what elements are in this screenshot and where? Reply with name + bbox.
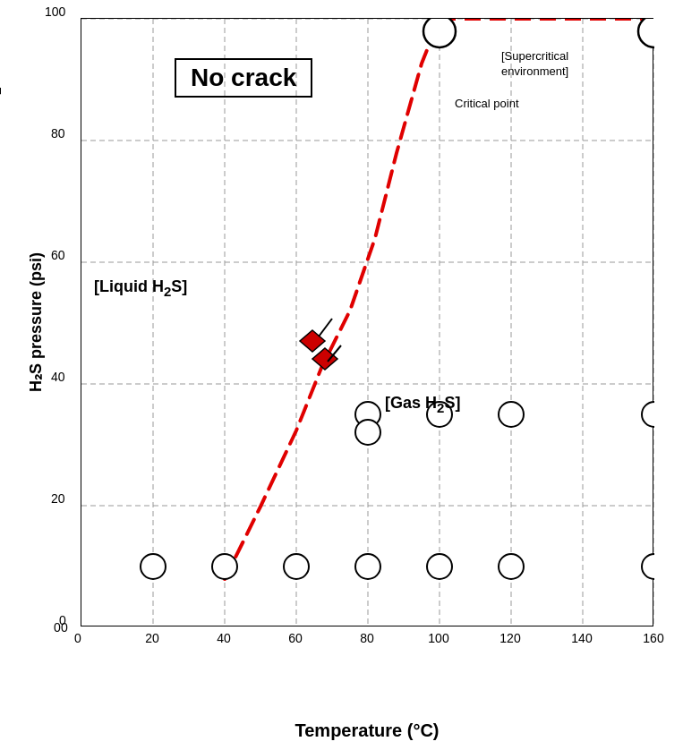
- x-axis-label: Temperature (°C): [81, 720, 653, 741]
- x-tick-160: 160: [643, 631, 663, 645]
- svg-marker-27: [312, 348, 337, 370]
- svg-point-23: [499, 402, 524, 427]
- y-tick-20: 20: [51, 491, 65, 506]
- x-tick-80: 80: [360, 631, 374, 645]
- svg-point-25: [355, 420, 380, 445]
- svg-point-32: [638, 19, 654, 47]
- svg-point-14: [141, 554, 166, 579]
- chart-container: H₂S pressure (psi): [0, 0, 700, 750]
- svg-point-31: [423, 19, 456, 47]
- y-tick-40: 40: [51, 370, 65, 384]
- svg-point-24: [642, 402, 654, 427]
- y-tick-80: 80: [51, 126, 65, 141]
- y-tick-0: 0: [59, 613, 66, 627]
- x-tick-140: 140: [571, 631, 592, 645]
- chart-area: [81, 18, 653, 626]
- svg-point-19: [499, 554, 524, 579]
- chart-svg: [81, 19, 654, 627]
- y-tick-60: 60: [51, 248, 65, 262]
- svg-point-15: [212, 554, 237, 579]
- x-tick-120: 120: [499, 631, 520, 645]
- y-tick-100: 100: [45, 4, 65, 19]
- x-tick-20: 20: [145, 631, 159, 645]
- liquid-h2s-label: [Liquid H2S]: [94, 277, 187, 299]
- svg-point-20: [642, 554, 654, 579]
- x-tick-60: 60: [288, 631, 303, 645]
- svg-point-17: [355, 554, 380, 579]
- svg-point-18: [427, 554, 452, 579]
- x-tick-0: 0: [74, 631, 81, 645]
- y-axis-label: H₂S pressure (psi): [26, 252, 46, 392]
- gas-h2s-label: [Gas H2S]: [385, 394, 460, 415]
- x-tick-100: 100: [428, 631, 448, 645]
- supercritical-label: [Supercriticalenvironment]: [501, 49, 568, 80]
- x-tick-40: 40: [217, 631, 231, 645]
- svg-point-16: [284, 554, 309, 579]
- svg-line-28: [319, 319, 332, 337]
- critical-point-label: Critical point: [455, 97, 519, 110]
- no-crack-label: No crack: [175, 58, 312, 98]
